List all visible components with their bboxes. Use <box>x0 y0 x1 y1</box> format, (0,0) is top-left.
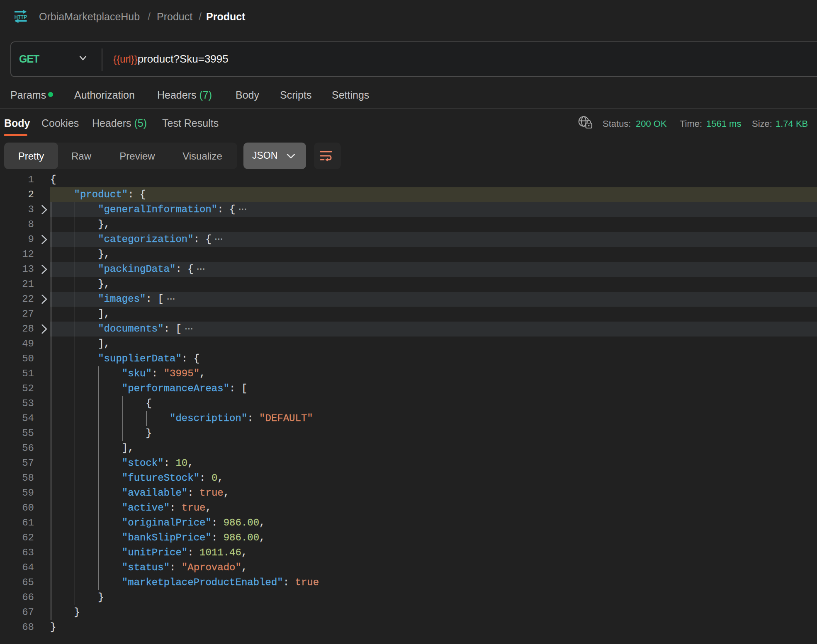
svg-text:HTTP: HTTP <box>15 14 27 20</box>
